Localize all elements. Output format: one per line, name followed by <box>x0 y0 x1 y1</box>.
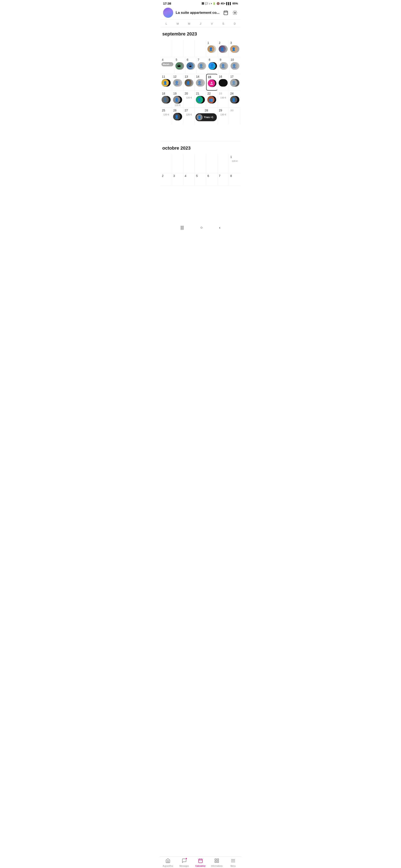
svg-rect-0 <box>224 11 228 15</box>
day-number-strikethrough: 23 <box>218 92 222 95</box>
day-number: 4 <box>184 174 186 178</box>
booking-pill[interactable]: 👤 <box>220 62 228 70</box>
cell-sep-23[interactable]: 23 130 € <box>218 91 229 107</box>
booking-pill[interactable]: 👤 <box>196 96 205 103</box>
cell-sep-11[interactable]: 11 👤 <box>161 74 172 91</box>
booking-pill[interactable]: 👤 <box>219 45 228 53</box>
day-number: 21 <box>196 92 199 95</box>
booking-pill[interactable]: 🌤 <box>187 62 195 70</box>
booking-pill[interactable]: 👤 <box>173 96 182 103</box>
cell-sep-17[interactable]: 17 👤 <box>229 74 240 91</box>
booking-pill[interactable]: 👤 <box>208 62 217 70</box>
booking-pill[interactable]: 👤 <box>207 45 217 53</box>
booking-pill[interactable]: 👤 <box>230 96 239 103</box>
week-row-1: 1 👤 2 👤 3 👤 <box>161 40 240 57</box>
cell-sep-7[interactable]: 7 👤 <box>196 57 207 74</box>
dot-icon: • <box>211 2 212 5</box>
cell-oct-3[interactable]: 3 <box>172 173 183 186</box>
cell-oct-empty-5 <box>206 154 218 173</box>
day-number: 28 <box>204 109 208 112</box>
price-20: 120 € <box>186 96 192 99</box>
settings-icon[interactable] <box>232 10 238 16</box>
booking-pill[interactable]: 👤 <box>173 79 182 87</box>
photo-icon: 🖼 <box>202 2 204 5</box>
week-row-4: 18 👤 19 👤 120 € 20 120 € 21 <box>161 91 240 108</box>
cell-sep-10[interactable]: 10 👤 <box>229 57 240 74</box>
cell-sep-6[interactable]: 6 🌤 <box>185 57 197 74</box>
cell-sep-28-29[interactable]: 28 👤 Ynes +1 <box>195 108 218 124</box>
today-booking-pill[interactable] <box>208 80 217 87</box>
calendar-icon[interactable] <box>223 10 229 16</box>
october-section: octobre 2023 1 120 € 2 3 4 <box>160 141 241 186</box>
cell-oct-2[interactable]: 2 <box>161 173 172 186</box>
cell-sep-29[interactable]: 29 130 € <box>218 108 229 124</box>
cell-oct-6[interactable]: 6 <box>206 173 218 186</box>
day-number: 14 <box>196 75 199 78</box>
booking-pill[interactable]: 👤 <box>173 113 182 120</box>
day-number: 5 <box>196 174 198 178</box>
cell-sep-3[interactable]: 3 👤 <box>229 40 240 57</box>
day-number: 19 <box>173 92 177 95</box>
cell-sep-24[interactable]: 24 👤 <box>229 91 240 107</box>
cell-oct-empty-1 <box>161 154 172 173</box>
cell-sep-1[interactable]: 1 👤 <box>206 40 218 57</box>
booking-pill[interactable]: 👤 <box>196 79 205 87</box>
matahi-label[interactable]: Matahi ... <box>162 62 173 66</box>
cell-sep-9[interactable]: 9 👤 <box>219 57 230 74</box>
cell-sep-18[interactable]: 18 👤 <box>161 91 172 107</box>
booking-pill[interactable]: 👤 <box>162 96 171 103</box>
cell-sep-19[interactable]: 19 👤 120 € <box>172 91 183 107</box>
signal-text: 4G+ <box>221 2 225 5</box>
recent-apps-btn[interactable]: ||| <box>180 225 184 230</box>
cell-oct-8[interactable]: 8 <box>229 173 240 186</box>
cell-sep-30[interactable]: 30 <box>229 108 240 124</box>
profile-avatar[interactable] <box>163 8 173 18</box>
booking-pill[interactable]: 👥 <box>207 96 217 103</box>
cell-sep-25[interactable]: 25 120 € <box>161 108 172 124</box>
day-number: 4 <box>161 58 164 61</box>
today-number: 15 <box>207 75 211 79</box>
oct-week-1: 1 120 € <box>161 154 240 173</box>
cell-sep-2[interactable]: 2 👤 <box>218 40 229 57</box>
cell-sep-22[interactable]: 22 👥 <box>206 91 218 107</box>
cell-oct-7[interactable]: 7 <box>218 173 229 186</box>
back-btn[interactable]: ‹ <box>219 225 221 230</box>
day-number: 3 <box>173 174 175 178</box>
cell-sep-15-today[interactable]: 15 <box>206 74 218 91</box>
price-19: 120 € <box>175 104 181 106</box>
cell-oct-empty-2 <box>172 154 183 173</box>
booking-pill[interactable]: 👤 <box>231 62 239 70</box>
booking-pill[interactable]: 👤 <box>162 79 171 87</box>
booking-pill[interactable]: 👤 <box>184 79 194 87</box>
cell-sep-26[interactable]: 26 👤 <box>172 108 183 124</box>
cell-oct-5[interactable]: 5 <box>195 173 206 186</box>
cell-sep-8[interactable]: 8 👤 <box>207 57 219 74</box>
booking-pill[interactable]: 🏔 <box>175 62 184 70</box>
booking-pill[interactable]: 👤 <box>198 62 206 70</box>
cell-sep-20[interactable]: 20 120 € <box>183 91 195 107</box>
cell-sep-21[interactable]: 21 👤 <box>195 91 206 107</box>
cell-sep-27[interactable]: 27 120 € <box>183 108 195 124</box>
header-actions <box>223 10 238 16</box>
day-number: 1 <box>207 41 209 44</box>
cell-oct-1[interactable]: 1 120 € <box>229 154 240 173</box>
cell-sep-5[interactable]: 5 🏔 <box>174 57 185 74</box>
cell-sep-16[interactable]: 16 <box>218 74 229 91</box>
cell-empty-1 <box>161 40 172 57</box>
day-number: 25 <box>161 109 165 112</box>
tiktok-icon: ♪ <box>209 2 210 5</box>
booking-pill[interactable]: 👤 <box>230 79 239 87</box>
cell-sep-4[interactable]: 4 Matahi ... <box>161 57 174 74</box>
september-section: septembre 2023 1 👤 2 👤 <box>160 27 241 141</box>
cell-oct-4[interactable]: 4 <box>183 173 195 186</box>
cell-sep-12[interactable]: 12 👤 <box>172 74 183 91</box>
system-nav: ||| ○ ‹ <box>160 223 241 233</box>
booking-pill[interactable]: 👤 <box>230 45 239 53</box>
cell-empty-3 <box>183 40 195 57</box>
day-number: 9 <box>219 58 221 61</box>
ynes-pill[interactable]: 👤 Ynes +1 <box>196 113 217 121</box>
cell-sep-14[interactable]: 14 👤 <box>195 74 206 91</box>
booking-pill[interactable] <box>219 79 228 87</box>
home-btn[interactable]: ○ <box>200 225 203 230</box>
cell-sep-13[interactable]: 13 👤 <box>183 74 195 91</box>
